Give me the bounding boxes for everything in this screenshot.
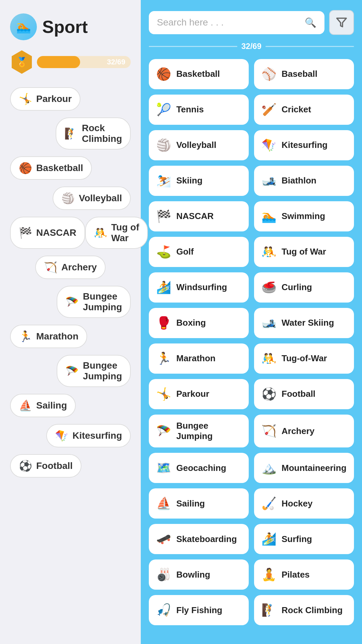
search-icon: 🔍	[305, 17, 316, 28]
chip-volleyball-label: Volleyball	[79, 193, 122, 204]
sport-card-sailing[interactable]: ⛵ Sailing	[149, 488, 249, 519]
sport-card-rock-climbing[interactable]: 🧗 Rock Climbing	[254, 595, 354, 625]
card-icon-parkour: 🤸	[156, 387, 172, 401]
progress-badge: 🏅	[10, 50, 34, 74]
filter-button[interactable]	[329, 10, 354, 35]
chip-basketball[interactable]: 🏀 Basketball	[10, 156, 92, 180]
chip-nascar[interactable]: 🏁 NASCAR	[10, 217, 85, 249]
chip-kitesurfing-label: Kitesurfing	[72, 430, 122, 441]
sport-card-tug-of-war-2[interactable]: 🤼 Tug-of-War	[254, 343, 354, 374]
sport-card-bungee-jumping[interactable]: 🪂 Bungee Jumping	[149, 415, 249, 447]
search-placeholder: Search here . . .	[157, 17, 301, 28]
sport-card-cricket[interactable]: 🏏 Cricket	[254, 95, 354, 125]
chip-kitesurfing[interactable]: 🪁 Kitesurfing	[46, 424, 131, 447]
sport-card-archery[interactable]: 🏹 Archery	[254, 415, 354, 447]
sport-card-biathlon[interactable]: 🎿 Biathlon	[254, 166, 354, 196]
card-icon-basketball: 🏀	[156, 67, 172, 81]
card-icon-football: ⚽	[261, 387, 277, 401]
search-box[interactable]: Search here . . . 🔍	[149, 11, 324, 34]
sport-card-football[interactable]: ⚽ Football	[254, 379, 354, 409]
card-icon-boxing: 🥊	[156, 316, 172, 330]
card-label-cricket: Cricket	[282, 104, 311, 115]
chip-football[interactable]: ⚽ Football	[10, 454, 81, 478]
sport-card-marathon[interactable]: 🏃 Marathon	[149, 343, 249, 374]
card-icon-mountaineering: 🏔️	[261, 461, 277, 475]
card-label-nascar: NASCAR	[176, 211, 214, 221]
card-label-basketball: Basketball	[176, 69, 220, 79]
chip-parkour-label: Parkour	[36, 94, 72, 104]
sport-card-kitesurfing[interactable]: 🪁 Kitesurfing	[254, 130, 354, 160]
sport-card-pilates[interactable]: 🧘 Pilates	[254, 559, 354, 590]
chip-bungee-1[interactable]: 🪂 BungeeJumping	[57, 286, 131, 318]
chip-archery[interactable]: 🏹 Archery	[35, 256, 106, 279]
sport-card-bowling[interactable]: 🎳 Bowling	[149, 559, 249, 590]
card-icon-rock-climbing: 🧗	[261, 603, 277, 617]
chip-row-8: 🪁 Kitesurfing	[10, 424, 131, 447]
sport-card-water-skiing[interactable]: 🎿 Water Skiing	[254, 308, 354, 338]
chip-bungee-2[interactable]: 🪂 BungeeJumping	[57, 355, 131, 387]
sport-card-baseball[interactable]: ⚾ Baseball	[254, 59, 354, 89]
left-chips-container: 🤸 Parkour 🧗 RockClimbing 🏀 Basketball 🏐 …	[10, 87, 131, 478]
card-label-football: Football	[282, 389, 315, 399]
sport-card-surfing[interactable]: 🏄 Surfing	[254, 524, 354, 554]
card-icon-surfing: 🏄	[261, 532, 277, 546]
chip-rock-climbing[interactable]: 🧗 RockClimbing	[56, 117, 131, 150]
sport-card-boxing[interactable]: 🥊 Boxing	[149, 308, 249, 338]
card-label-bowling: Bowling	[176, 570, 210, 580]
progress-section: 🏅 32/69	[10, 50, 131, 74]
card-icon-marathon: 🏃	[156, 352, 172, 366]
sport-card-tug-of-war[interactable]: 🤼 Tug of War	[254, 237, 354, 267]
sport-card-mountaineering[interactable]: 🏔️ Mountaineering	[254, 453, 354, 483]
chip-marathon[interactable]: 🏃 Marathon	[10, 325, 87, 348]
chip-row-3: 🏀 Basketball	[10, 156, 131, 180]
chip-archery-label: Archery	[61, 262, 97, 273]
header-icon: 🏊	[10, 13, 37, 40]
card-label-fly-fishing: Fly Fishing	[176, 605, 222, 615]
chip-tug-of-war[interactable]: 🤼 Tug ofWar	[85, 217, 148, 249]
search-row: Search here . . . 🔍	[149, 10, 354, 35]
card-label-biathlon: Biathlon	[282, 175, 316, 186]
sport-card-hockey[interactable]: 🏑 Hockey	[254, 488, 354, 519]
prog-count: 32/69	[241, 42, 261, 51]
sport-card-nascar[interactable]: 🏁 NASCAR	[149, 201, 249, 231]
sport-card-basketball[interactable]: 🏀 Basketball	[149, 59, 249, 89]
card-icon-geocaching: 🗺️	[156, 461, 172, 475]
sport-card-geocaching[interactable]: 🗺️ Geocaching	[149, 453, 249, 483]
prog-line-left	[149, 46, 237, 47]
card-label-mountaineering: Mountaineering	[282, 463, 347, 473]
sport-card-golf[interactable]: ⛳ Golf	[149, 237, 249, 267]
chip-parkour[interactable]: 🤸 Parkour	[10, 87, 80, 111]
card-label-geocaching: Geocaching	[176, 463, 226, 473]
card-icon-volleyball: 🏐	[156, 138, 172, 152]
card-label-marathon: Marathon	[176, 353, 216, 364]
card-label-golf: Golf	[176, 247, 194, 257]
chip-football-label: Football	[36, 461, 73, 471]
sport-card-swimming[interactable]: 🏊 Swimming	[254, 201, 354, 231]
sport-card-skateboarding[interactable]: 🛹 Skateboarding	[149, 524, 249, 554]
card-icon-hockey: 🏑	[261, 496, 277, 511]
sport-card-skiing[interactable]: ⛷️ Skiing	[149, 166, 249, 196]
chip-volleyball[interactable]: 🏐 Volleyball	[53, 186, 131, 210]
card-icon-pilates: 🧘	[261, 568, 277, 582]
left-panel: 🏊 Sport 🏅 32/69 🤸 Parkour 🧗 RockClimbing	[0, 0, 141, 644]
sport-card-tennis[interactable]: 🎾 Tennis	[149, 95, 249, 125]
card-label-archery: Archery	[282, 426, 314, 436]
card-icon-biathlon: 🎿	[261, 174, 277, 188]
chip-sailing[interactable]: ⛵ Sailing	[10, 394, 76, 417]
card-label-baseball: Baseball	[282, 69, 317, 79]
svg-marker-0	[337, 18, 346, 27]
sport-card-curling[interactable]: 🥌 Curling	[254, 272, 354, 303]
sport-card-parkour[interactable]: 🤸 Parkour	[149, 379, 249, 409]
card-label-bungee-jumping: Bungee Jumping	[176, 421, 242, 441]
progress-label: 32/69	[107, 58, 125, 66]
card-icon-water-skiing: 🎿	[261, 316, 277, 330]
chip-tug-of-war-label: Tug ofWar	[111, 222, 139, 244]
card-label-windsurfing: Windsurfing	[176, 282, 227, 292]
card-label-tug-of-war: Tug of War	[282, 247, 326, 257]
card-icon-skiing: ⛷️	[156, 174, 172, 188]
sport-card-windsurfing[interactable]: 🏄 Windsurfing	[149, 272, 249, 303]
sport-card-fly-fishing[interactable]: 🎣 Fly Fishing	[149, 595, 249, 625]
sport-card-volleyball[interactable]: 🏐 Volleyball	[149, 130, 249, 160]
chip-row-7: 🪂 BungeeJumping	[10, 355, 131, 387]
card-icon-windsurfing: 🏄	[156, 280, 172, 294]
